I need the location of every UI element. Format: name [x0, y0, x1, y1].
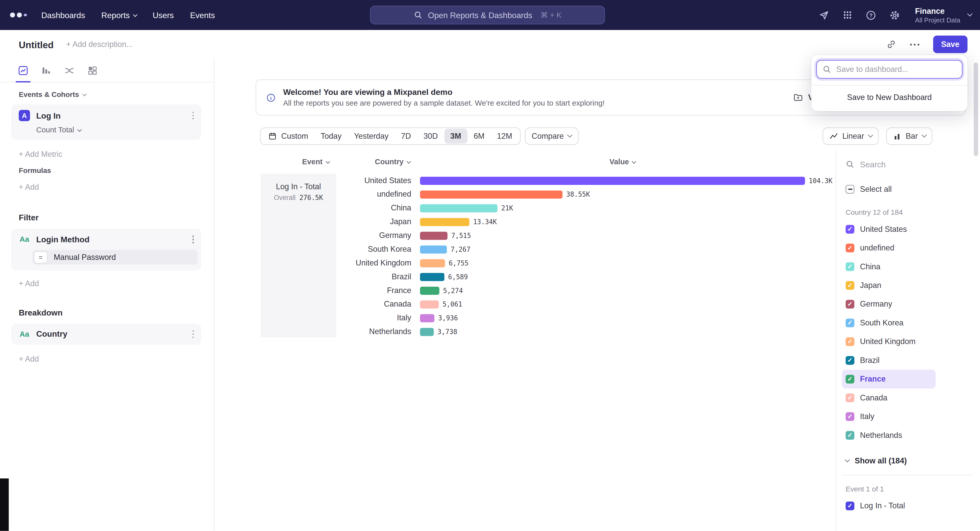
- line-style-dropdown[interactable]: Linear: [822, 127, 879, 145]
- bar-italy[interactable]: [420, 314, 434, 322]
- bar-netherlands[interactable]: [420, 328, 434, 336]
- country-option-undefined[interactable]: ✓undefined: [842, 239, 935, 257]
- nav-item-users[interactable]: Users: [153, 10, 174, 20]
- checkbox-germany[interactable]: ✓: [845, 300, 854, 309]
- event-option-log-in-total[interactable]: ✓ Log In - Total: [842, 496, 935, 515]
- metric-kebab-icon[interactable]: [191, 111, 195, 120]
- more-actions-icon[interactable]: [910, 43, 919, 45]
- add-formula-button[interactable]: + Add: [19, 183, 201, 192]
- view-sample-dashboards-button[interactable]: V: [793, 92, 813, 102]
- report-title[interactable]: Untitled: [19, 39, 54, 50]
- checkbox-united-states[interactable]: ✓: [845, 225, 854, 234]
- checkbox-italy[interactable]: ✓: [845, 412, 854, 421]
- bar-canada[interactable]: [420, 300, 439, 308]
- range-yesterday[interactable]: Yesterday: [348, 128, 395, 144]
- nav-item-events[interactable]: Events: [190, 10, 215, 20]
- country-option-netherlands[interactable]: ✓Netherlands: [842, 426, 935, 445]
- nav-item-reports[interactable]: Reports: [101, 10, 136, 20]
- add-breakdown-button[interactable]: + Add: [19, 355, 201, 363]
- range-30d[interactable]: 30D: [417, 128, 444, 144]
- bar-china[interactable]: [420, 204, 498, 212]
- metric-card[interactable]: A Log In Count Total: [11, 104, 201, 140]
- breakdown-card[interactable]: Aa Country: [11, 323, 201, 345]
- range-6m[interactable]: 6M: [468, 128, 491, 144]
- chart-type-dropdown[interactable]: Bar: [886, 127, 932, 145]
- send-feedback-icon[interactable]: [819, 10, 829, 21]
- country-option-france[interactable]: ✓France: [842, 370, 935, 388]
- country-option-germany[interactable]: ✓Germany: [842, 295, 935, 314]
- formulas-section-header: Formulas: [19, 167, 201, 174]
- metric-event-name[interactable]: Log In: [36, 111, 61, 120]
- range-today[interactable]: Today: [314, 128, 348, 144]
- add-description-field[interactable]: + Add description...: [66, 40, 133, 49]
- tab-funnels[interactable]: [37, 59, 56, 82]
- filter-condition[interactable]: = Manual Password: [32, 249, 197, 265]
- filter-kebab-icon[interactable]: [191, 234, 195, 244]
- country-option-united-kingdom[interactable]: ✓United Kingdom: [842, 332, 935, 351]
- segment-search-input[interactable]: Search: [842, 156, 980, 173]
- bar-undefined[interactable]: [420, 190, 563, 198]
- bar-south-korea[interactable]: [420, 245, 447, 253]
- project-switcher[interactable]: Finance All Project Data: [915, 6, 971, 24]
- range-3m[interactable]: 3M: [444, 128, 468, 144]
- events-section-header[interactable]: Events & Cohorts: [19, 90, 201, 98]
- checkbox-undefined[interactable]: ✓: [845, 244, 854, 252]
- show-all-button[interactable]: Show all (184): [845, 452, 980, 470]
- range-7d[interactable]: 7D: [395, 128, 417, 144]
- mixpanel-logo-icon[interactable]: [9, 13, 35, 17]
- country-option-brazil[interactable]: ✓Brazil: [842, 351, 935, 369]
- bar-united-kingdom[interactable]: [420, 259, 445, 267]
- bar-united-states[interactable]: [420, 176, 805, 185]
- checkbox-netherlands[interactable]: ✓: [845, 431, 854, 440]
- checkbox-brazil[interactable]: ✓: [845, 356, 854, 365]
- copy-link-icon[interactable]: [886, 39, 896, 49]
- country-option-united-states[interactable]: ✓United States: [842, 220, 935, 238]
- checkbox-japan[interactable]: ✓: [845, 281, 854, 290]
- select-all-checkbox[interactable]: [845, 185, 854, 193]
- column-header-country[interactable]: Country: [375, 157, 410, 166]
- window-scrollbar[interactable]: [974, 62, 978, 156]
- range-custom[interactable]: Custom: [262, 128, 314, 144]
- select-all-row[interactable]: Select all: [842, 180, 935, 198]
- tab-retention[interactable]: [83, 59, 102, 82]
- help-icon[interactable]: ?: [865, 10, 877, 21]
- global-search-input[interactable]: Open Reports & Dashboards ⌘ + K: [370, 6, 605, 24]
- bar-brazil[interactable]: [420, 273, 445, 281]
- checkbox-south-korea[interactable]: ✓: [845, 319, 854, 327]
- filter-property-name[interactable]: Login Method: [36, 235, 89, 244]
- filter-value[interactable]: Manual Password: [54, 253, 116, 262]
- save-dashboard-search-input[interactable]: Save to dashboard...: [816, 60, 963, 79]
- tab-insights[interactable]: [14, 59, 32, 82]
- nav-item-dashboards[interactable]: Dashboards: [41, 10, 85, 20]
- filter-card[interactable]: Aa Login Method = Manual Password: [11, 228, 201, 270]
- save-to-new-dashboard-item[interactable]: Save to New Dashboard: [811, 86, 967, 109]
- breakdown-property-name[interactable]: Country: [36, 329, 67, 339]
- country-option-japan[interactable]: ✓Japan: [842, 276, 935, 295]
- bar-france[interactable]: [420, 287, 439, 295]
- aggregation-selector[interactable]: Count Total: [36, 125, 195, 134]
- country-option-canada[interactable]: ✓Canada: [842, 388, 935, 407]
- tab-flows[interactable]: [60, 59, 79, 82]
- filter-operator[interactable]: =: [34, 251, 48, 263]
- column-header-value[interactable]: Value: [609, 157, 636, 166]
- bar-germany[interactable]: [420, 231, 448, 239]
- add-filter-button[interactable]: + Add: [19, 279, 201, 287]
- checkbox-china[interactable]: ✓: [845, 262, 854, 271]
- country-option-south-korea[interactable]: ✓South Korea: [842, 314, 935, 332]
- country-option-china[interactable]: ✓China: [842, 257, 935, 276]
- column-header-event[interactable]: Event: [302, 157, 329, 166]
- country-option-italy[interactable]: ✓Italy: [842, 407, 935, 426]
- checkbox-france[interactable]: ✓: [845, 375, 854, 383]
- checkbox-united-kingdom[interactable]: ✓: [845, 337, 854, 346]
- bar-japan[interactable]: [420, 217, 469, 226]
- breakdown-kebab-icon[interactable]: [191, 329, 195, 339]
- add-metric-button[interactable]: + Add Metric: [19, 150, 201, 159]
- save-button[interactable]: Save: [933, 36, 967, 53]
- compare-button[interactable]: Compare: [525, 127, 578, 145]
- range-12m[interactable]: 12M: [491, 128, 519, 144]
- chevron-down-icon: [407, 159, 411, 163]
- settings-gear-icon[interactable]: [889, 10, 900, 21]
- checkbox-canada[interactable]: ✓: [845, 393, 854, 402]
- event-item-checkbox[interactable]: ✓: [845, 502, 854, 510]
- apps-grid-icon[interactable]: [843, 10, 853, 20]
